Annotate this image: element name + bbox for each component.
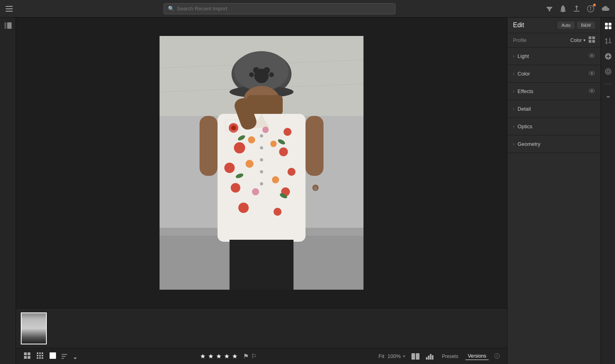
right-panel: Edit Auto B&W Profile Color ▾	[507, 18, 615, 364]
single-view-button[interactable]	[48, 352, 58, 361]
profile-row: Profile Color ▾	[507, 33, 601, 48]
accordion-effects: › Effects	[507, 83, 601, 100]
svg-point-33	[284, 128, 292, 136]
light-header-left: › Light	[513, 53, 529, 59]
grid-view-small-button[interactable]	[35, 352, 45, 361]
cloud-button[interactable]	[601, 5, 610, 13]
svg-point-87	[591, 55, 593, 57]
accordion-geometry: › Geometry	[507, 135, 601, 153]
svg-point-99	[607, 70, 609, 73]
svg-rect-95	[609, 26, 611, 29]
svg-point-20	[269, 72, 274, 77]
detail-chevron-icon: ›	[513, 107, 514, 111]
mask-tool-icon[interactable]	[604, 67, 613, 76]
crop-tool-icon[interactable]	[604, 37, 613, 46]
share-button[interactable]	[573, 4, 581, 13]
color-header[interactable]: › Color	[507, 65, 601, 82]
svg-point-36	[224, 163, 235, 173]
color-header-left: › Color	[513, 71, 530, 77]
filter-button[interactable]	[545, 5, 553, 13]
svg-rect-94	[605, 26, 608, 29]
notification-button[interactable]	[559, 4, 567, 13]
effects-header-left: › Effects	[513, 88, 533, 94]
svg-point-51	[252, 188, 259, 195]
canvas-column: ★ ★ ★ ★ ★ ⚑ ⚐ Fit 100% ▾	[16, 18, 507, 364]
bw-button[interactable]: B&W	[577, 22, 595, 29]
svg-point-50	[262, 127, 269, 133]
svg-point-37	[288, 168, 296, 176]
zoom-dropdown-button[interactable]: ▾	[402, 353, 406, 359]
light-eye-icon[interactable]	[589, 53, 595, 59]
svg-point-30	[260, 182, 263, 185]
color-eye-icon[interactable]	[589, 71, 595, 77]
photo-svg	[160, 36, 363, 290]
svg-rect-0	[6, 6, 13, 7]
star-2[interactable]: ★	[208, 352, 214, 360]
svg-rect-72	[50, 352, 56, 359]
svg-rect-70	[39, 357, 41, 359]
svg-point-43	[270, 141, 277, 147]
svg-point-26	[260, 134, 263, 137]
accordion-detail: › Detail	[507, 100, 601, 118]
presets-button[interactable]: Presets	[439, 353, 461, 360]
sort-order-button[interactable]	[72, 353, 78, 360]
sidebar-toggle-button[interactable]	[5, 5, 14, 12]
main-layout: ★ ★ ★ ★ ★ ⚑ ⚐ Fit 100% ▾	[0, 18, 615, 364]
svg-rect-56	[230, 240, 294, 290]
top-bar-right	[545, 4, 610, 13]
compare-view-button[interactable]	[411, 352, 420, 360]
effects-header[interactable]: › Effects	[507, 83, 601, 100]
edit-tool-icon[interactable]	[604, 22, 613, 30]
svg-rect-61	[24, 356, 27, 359]
svg-point-98	[605, 69, 611, 74]
edit-title: Edit	[513, 22, 524, 29]
profile-grid-button[interactable]	[589, 36, 595, 44]
flag-rejected-button[interactable]: ⚐	[251, 352, 257, 360]
light-header[interactable]: › Light	[507, 48, 601, 65]
fit-display: Fit 100% ▾	[379, 353, 406, 359]
versions-button[interactable]: Versions	[465, 352, 489, 360]
bottom-left	[22, 352, 78, 361]
svg-point-42	[248, 136, 255, 143]
more-tools-icon[interactable]: •••	[604, 92, 613, 101]
info-button[interactable]	[586, 4, 595, 13]
detail-header[interactable]: › Detail	[507, 100, 601, 117]
svg-rect-62	[28, 356, 30, 359]
light-chevron-icon: ›	[513, 54, 514, 58]
svg-rect-1	[6, 8, 13, 9]
bottom-bar: ★ ★ ★ ★ ★ ⚑ ⚐ Fit 100% ▾	[16, 348, 507, 364]
svg-point-29	[260, 170, 263, 173]
grid-view-button[interactable]	[22, 352, 32, 361]
svg-rect-59	[24, 352, 27, 355]
star-3[interactable]: ★	[216, 352, 222, 360]
panel-toggle-button[interactable]	[4, 22, 12, 30]
svg-point-44	[246, 160, 254, 168]
effects-label: Effects	[517, 88, 533, 94]
canvas-area	[16, 18, 507, 308]
star-1[interactable]: ★	[200, 352, 206, 360]
flag-picked-button[interactable]: ⚑	[243, 352, 249, 360]
heal-tool-icon[interactable]	[604, 52, 613, 61]
effects-eye-icon[interactable]	[589, 88, 595, 94]
star-4[interactable]: ★	[224, 352, 230, 360]
photo-display	[160, 36, 363, 290]
filmstrip	[16, 308, 507, 348]
search-input[interactable]	[177, 6, 391, 12]
svg-rect-85	[592, 40, 595, 43]
edit-buttons: Auto B&W	[557, 22, 595, 29]
optics-header[interactable]: › Optics	[507, 118, 601, 135]
auto-button[interactable]: Auto	[557, 22, 575, 29]
svg-rect-58	[226, 120, 240, 131]
histogram-button[interactable]	[425, 352, 435, 360]
star-5[interactable]: ★	[232, 352, 238, 360]
svg-point-41	[274, 208, 282, 216]
svg-point-89	[591, 72, 593, 74]
info-button-bottom[interactable]: ⓘ	[493, 352, 501, 361]
geometry-header[interactable]: › Geometry	[507, 135, 601, 153]
filmstrip-thumb[interactable]	[21, 312, 47, 344]
svg-rect-79	[428, 356, 429, 360]
effects-chevron-icon: ›	[513, 89, 514, 93]
svg-rect-63	[37, 352, 38, 354]
profile-value-dropdown[interactable]: Color ▾	[570, 38, 585, 43]
sort-button[interactable]	[61, 353, 69, 360]
